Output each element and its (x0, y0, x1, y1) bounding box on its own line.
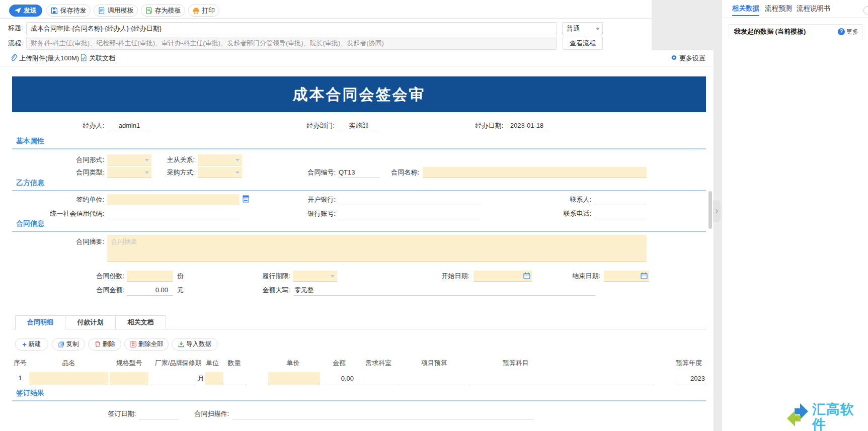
title-input[interactable]: 成本合同审批-{合同名称}-{经办人}-{经办日期} (26, 22, 557, 35)
send-icon (15, 8, 21, 14)
add-row-label: 新建 (29, 340, 41, 349)
import-data-button[interactable]: 导入数据 (172, 338, 218, 351)
term-select[interactable] (293, 271, 337, 282)
plus-icon: + (22, 340, 26, 349)
row-budget-year-field[interactable]: 2023 (674, 372, 706, 385)
tab-contract-detail[interactable]: 合同明细 (15, 315, 65, 330)
sidebar-tab-flow-forecast[interactable]: 流程预测 (765, 4, 792, 13)
row-unit-field[interactable] (205, 372, 223, 385)
sidebar-collapse-handle[interactable]: › (713, 200, 721, 222)
scan-field[interactable] (232, 408, 534, 419)
section-contract-title: 合同信息 (16, 219, 44, 228)
row-warranty-field[interactable] (182, 372, 196, 385)
col-spec: 规格型号 (110, 358, 148, 368)
row-product-field[interactable] (29, 372, 108, 385)
title-label: 标题: (8, 23, 25, 34)
col-seq: 序号 (13, 358, 28, 368)
copies-label: 合同份数: (34, 271, 124, 282)
toolbar-gap (652, 0, 714, 50)
link-document-link[interactable]: 关联文档 (89, 53, 115, 64)
delete-all-button[interactable]: 删除全部 (124, 338, 169, 351)
import-icon (178, 341, 184, 348)
delete-row-button[interactable]: 删除 (88, 338, 121, 351)
contract-type-label: 合同类型: (14, 167, 104, 178)
sidebar-tab-flow-manual[interactable]: 流程说明书 (797, 4, 831, 13)
brand-watermark: 汇高软件 软件是根 服务为本 (786, 402, 868, 431)
main-panel: 发送 保存待发 调用模板 存为模板 打印 标题: 成本合同审批-{合同名称}-{… (0, 0, 714, 431)
calendar-icon[interactable] (641, 272, 648, 279)
row-project-budget-field[interactable] (402, 372, 467, 385)
send-label: 发送 (24, 6, 37, 15)
brand-name: 汇高软件 (812, 402, 868, 431)
save-draft-button[interactable]: 保存待发 (46, 5, 91, 17)
amount-cn-field[interactable]: 零元整 (293, 285, 595, 296)
bank-account-label: 银行账号: (245, 208, 336, 219)
phone-field[interactable] (594, 208, 647, 219)
import-data-label: 导入数据 (186, 340, 211, 349)
agent-label: 经办人: (14, 120, 104, 131)
save-as-template-button[interactable]: 存为模板 (141, 5, 185, 17)
use-template-button[interactable]: 调用模板 (94, 5, 138, 17)
contact-field[interactable] (594, 194, 647, 205)
amount-field[interactable]: 0.00 (127, 285, 173, 296)
sign-unit-field[interactable] (107, 194, 240, 205)
agent-field[interactable]: admin1 (107, 120, 151, 131)
link-document-icon (81, 54, 87, 61)
header-separator (0, 66, 714, 66)
sidebar-separator (722, 17, 868, 18)
trash-icon (95, 341, 101, 348)
contract-no-label: 合同编号: (245, 167, 336, 178)
save-draft-label: 保存待发 (60, 6, 87, 15)
print-button[interactable]: 打印 (188, 5, 219, 17)
form-banner: 成本合同会签会审 (12, 76, 706, 112)
view-flow-label: 查看流程 (570, 39, 596, 47)
dept-field[interactable]: 实施部 (338, 120, 380, 131)
tab-payment-plan[interactable]: 付款计划 (65, 315, 116, 329)
send-button[interactable]: 发送 (9, 5, 42, 17)
row-amount-field[interactable]: 0.00 (324, 372, 355, 385)
term-label: 履行期限: (200, 271, 290, 282)
master-slave-select[interactable] (198, 154, 242, 165)
section-party-b-line (12, 190, 706, 191)
col-unit: 单位 (203, 358, 221, 368)
copy-row-button[interactable]: 复制 (52, 338, 85, 351)
view-flow-button[interactable]: 查看流程 (563, 37, 603, 50)
date-field[interactable]: 2023-01-18 (506, 120, 548, 131)
row-qty-field[interactable] (225, 372, 247, 385)
bank-field[interactable] (338, 194, 481, 205)
start-date-label: 开始日期: (379, 271, 469, 282)
end-date-field[interactable] (604, 271, 649, 282)
help-icon[interactable]: ? (838, 28, 845, 35)
vertical-scrollbar-thumb[interactable] (708, 191, 712, 229)
bank-account-field[interactable] (338, 208, 481, 219)
my-data-panel: 我发起的数据 (当前模板) ? 更多 (729, 24, 862, 39)
row-price-field[interactable] (268, 372, 320, 385)
print-label: 打印 (202, 6, 215, 15)
summary-textarea[interactable]: 合同摘要 (107, 235, 647, 262)
template-doc-icon (98, 7, 105, 14)
add-row-button[interactable]: + 新建 (15, 338, 48, 351)
tab-related-docs[interactable]: 相关文档 (115, 315, 166, 329)
end-date-label: 结束日期: (510, 271, 600, 282)
amount-cn-label: 金额大写: (200, 285, 290, 296)
upload-attachment-link[interactable]: 上传附件(最大100M) (19, 53, 79, 64)
form-title: 成本合同会签会审 (293, 86, 426, 103)
toolbar-separator (0, 18, 652, 19)
edge-circle-button[interactable] (863, 6, 868, 15)
section-party-b-title: 乙方信息 (16, 179, 44, 188)
sign-unit-label: 签约单位: (14, 194, 104, 205)
row-spec-field[interactable] (110, 372, 148, 385)
chevron-down-icon (331, 275, 335, 278)
credit-code-field[interactable] (107, 208, 240, 219)
row-dept-need-field[interactable] (356, 372, 401, 385)
row-budget-subject-field[interactable] (468, 372, 655, 385)
sidebar-tab-related-data[interactable]: 相关数据 (732, 4, 759, 13)
flow-input[interactable]: 财务科-科主任(审批)、纪检部-科主任(审批)、审计办-科主任(审批)、发起者部… (26, 37, 557, 50)
purchase-method-select[interactable] (198, 167, 242, 178)
contract-name-field[interactable] (423, 167, 647, 178)
copies-field[interactable] (127, 271, 173, 282)
more-link[interactable]: 更多 (846, 28, 862, 36)
link-document-label: 关联文档 (89, 54, 115, 62)
priority-select[interactable]: 普通 (562, 22, 603, 35)
more-settings-link[interactable]: 更多设置 (679, 53, 705, 64)
